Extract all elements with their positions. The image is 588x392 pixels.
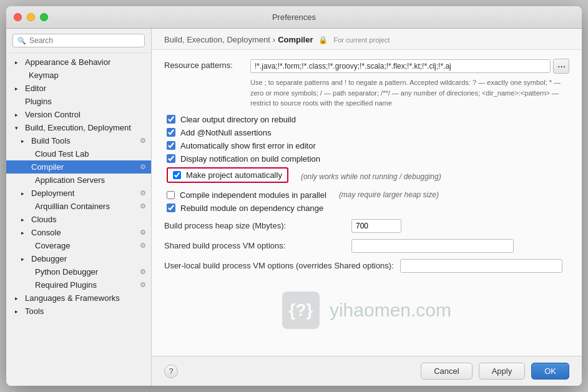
settings-icon: ⚙ xyxy=(140,137,146,145)
sidebar-item-label: Required Plugins xyxy=(35,280,97,290)
sidebar-item-label: Python Debugger xyxy=(35,267,98,277)
settings-icon: ⚙ xyxy=(140,242,146,250)
show-first-error-checkbox[interactable] xyxy=(167,141,175,150)
sidebar-item-clouds[interactable]: ▸ Clouds xyxy=(6,213,151,226)
heap-size-input[interactable] xyxy=(351,219,401,233)
nav-items: ▸ Appearance & Behavior Keymap ▸ Editor … xyxy=(6,53,151,386)
search-input[interactable] xyxy=(29,36,140,45)
chevron-icon: ▸ xyxy=(21,217,29,223)
maximize-button[interactable] xyxy=(40,13,48,21)
sidebar-item-keymap[interactable]: Keymap xyxy=(6,69,151,82)
sidebar-item-console[interactable]: ▸ Console ⚙ xyxy=(6,226,151,239)
sidebar-item-label: Version Control xyxy=(25,110,81,119)
sidebar-item-tools[interactable]: ▸ Tools xyxy=(6,305,151,318)
shared-vm-row: Shared build process VM options: xyxy=(164,239,569,253)
apply-button[interactable]: Apply xyxy=(479,363,526,380)
sidebar-item-version-control[interactable]: ▸ Version Control xyxy=(6,108,151,121)
rebuild-module-checkbox[interactable] xyxy=(167,203,175,212)
main-header: Build, Execution, Deployment › Compiler … xyxy=(152,29,582,50)
lock-icon: 🔒 xyxy=(318,36,328,44)
help-button[interactable]: ? xyxy=(164,365,178,378)
sidebar-item-label: Build Tools xyxy=(31,136,71,145)
display-notification-checkbox[interactable] xyxy=(167,154,175,163)
sidebar-item-python-debugger[interactable]: Python Debugger ⚙ xyxy=(6,265,151,278)
breadcrumb: Build, Execution, Deployment › Compiler … xyxy=(164,35,569,44)
resource-patterns-button[interactable]: ⋯ xyxy=(553,59,569,74)
title-bar: Preferences xyxy=(6,6,582,29)
sidebar-item-cloud-test-lab[interactable]: Cloud Test Lab xyxy=(6,147,151,160)
ok-button[interactable]: OK xyxy=(531,363,569,380)
sidebar-item-application-servers[interactable]: Application Servers xyxy=(6,174,151,187)
watermark-logo: {?} xyxy=(282,292,320,329)
sidebar-item-label: Appearance & Behavior xyxy=(25,57,110,67)
settings-icon: ⚙ xyxy=(140,228,146,237)
sidebar-item-label: Debugger xyxy=(31,254,67,263)
sidebar-item-arquillian[interactable]: Arquillian Containers ⚙ xyxy=(6,200,151,213)
chevron-icon: ▸ xyxy=(15,295,22,301)
user-local-vm-input[interactable] xyxy=(400,259,562,273)
chevron-icon: ▸ xyxy=(15,112,22,118)
cancel-button[interactable]: Cancel xyxy=(421,363,472,380)
preferences-window: Preferences 🔍 ▸ Appearance & Behavior Ke… xyxy=(6,6,582,386)
clear-output-label: Clear output directory on rebuild xyxy=(180,115,296,124)
rebuild-module-row: Rebuild module on dependency change xyxy=(164,203,569,213)
sidebar-item-coverage[interactable]: Coverage ⚙ xyxy=(6,239,151,252)
compile-independent-checkbox[interactable] xyxy=(167,191,175,199)
sidebar-item-appearance[interactable]: ▸ Appearance & Behavior xyxy=(6,56,151,69)
chevron-icon: ▸ xyxy=(15,59,22,66)
sidebar-item-required-plugins[interactable]: Required Plugins ⚙ xyxy=(6,278,151,292)
add-not-null-checkbox[interactable] xyxy=(167,128,175,137)
sidebar: 🔍 ▸ Appearance & Behavior Keymap ▸ Edito… xyxy=(6,29,152,386)
rebuild-module-label: Rebuild module on dependency change xyxy=(180,203,323,213)
window-title: Preferences xyxy=(272,12,316,22)
breadcrumb-separator: › xyxy=(273,35,275,44)
chevron-icon: ▸ xyxy=(15,308,22,315)
sidebar-item-label: Clouds xyxy=(31,215,56,224)
for-current-project: For current project xyxy=(334,36,390,44)
close-button[interactable] xyxy=(14,13,22,21)
shared-vm-input[interactable] xyxy=(351,239,514,253)
breadcrumb-current: Compiler xyxy=(278,35,313,44)
minimize-button[interactable] xyxy=(27,13,35,21)
clear-output-checkbox[interactable] xyxy=(167,115,175,124)
sidebar-item-label: Console xyxy=(31,228,61,237)
window-body: 🔍 ▸ Appearance & Behavior Keymap ▸ Edito… xyxy=(6,29,582,386)
resource-patterns-help: Use ; to separate patterns and ! to nega… xyxy=(164,77,569,109)
sidebar-item-label: Application Servers xyxy=(35,175,105,185)
chevron-icon: ▸ xyxy=(21,230,29,236)
sidebar-item-languages[interactable]: ▸ Languages & Frameworks xyxy=(6,292,151,305)
show-first-error-label: Automatically show first error in editor xyxy=(180,141,316,150)
settings-icon: ⚙ xyxy=(140,163,146,171)
sidebar-item-label: Keymap xyxy=(29,71,59,80)
chevron-icon: ▾ xyxy=(15,125,22,131)
make-project-note: (only works while not running / debuggin… xyxy=(301,172,441,181)
user-local-vm-row: User-local build process VM options (ove… xyxy=(164,259,569,273)
sidebar-item-deployment[interactable]: ▸ Deployment ⚙ xyxy=(6,187,151,200)
make-project-auto-label: Make project automatically xyxy=(186,170,282,180)
make-project-auto-checkbox[interactable] xyxy=(173,171,181,179)
search-icon: 🔍 xyxy=(17,37,26,45)
compile-independent-note: (may require larger heap size) xyxy=(339,190,439,199)
heap-size-label: Build process heap size (Mbytes): xyxy=(164,221,345,230)
chevron-icon: ▸ xyxy=(21,138,29,144)
sidebar-item-editor[interactable]: ▸ Editor xyxy=(6,82,151,95)
sidebar-item-label: Plugins xyxy=(25,97,52,106)
sidebar-item-label: Arquillian Containers xyxy=(35,202,110,211)
display-notification-row: Display notification on build completion xyxy=(164,154,569,164)
breadcrumb-path: Build, Execution, Deployment xyxy=(164,35,270,44)
show-first-error-row: Automatically show first error in editor xyxy=(164,141,569,150)
sidebar-item-build-exec-deploy[interactable]: ▾ Build, Execution, Deployment xyxy=(6,121,151,134)
window-controls xyxy=(14,13,48,21)
sidebar-item-build-tools[interactable]: ▸ Build Tools ⚙ xyxy=(6,134,151,147)
sidebar-item-label: Deployment xyxy=(31,189,74,198)
resource-patterns-input[interactable] xyxy=(250,59,551,73)
make-project-auto-row: Make project automatically xyxy=(167,167,288,183)
search-wrap[interactable]: 🔍 xyxy=(12,34,145,47)
clear-output-row: Clear output directory on rebuild xyxy=(164,115,569,124)
sidebar-item-debugger[interactable]: ▸ Debugger xyxy=(6,252,151,265)
chevron-icon: ▸ xyxy=(21,190,29,197)
sidebar-item-label: Tools xyxy=(25,306,44,316)
sidebar-item-compiler[interactable]: Compiler ⚙ xyxy=(6,160,151,174)
chevron-icon: ▸ xyxy=(15,86,22,92)
sidebar-item-plugins[interactable]: Plugins xyxy=(6,95,151,108)
